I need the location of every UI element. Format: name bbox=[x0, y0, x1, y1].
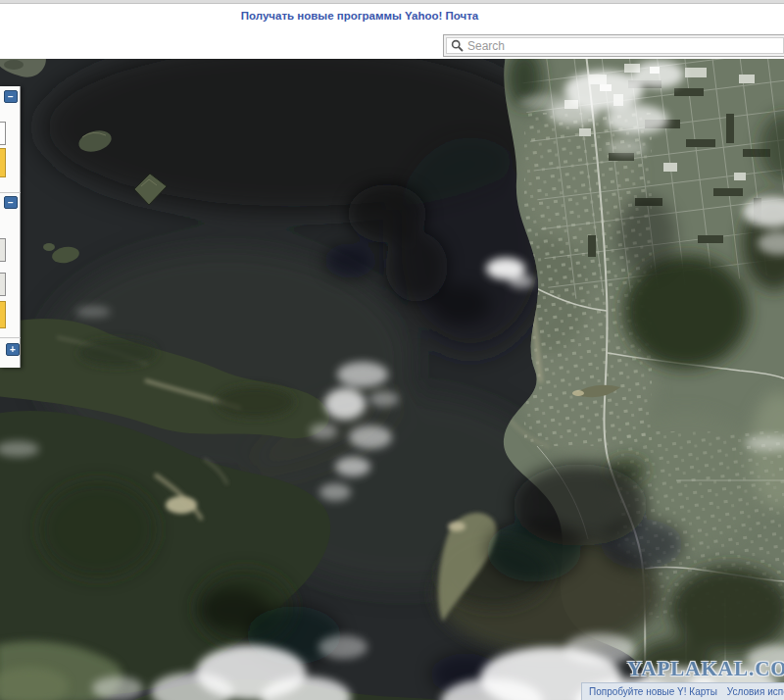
panel-divider bbox=[0, 337, 21, 338]
zoom-out-button-bottom[interactable]: − bbox=[4, 196, 18, 209]
zoom-out-button-top[interactable]: − bbox=[4, 90, 18, 103]
top-gray-strip bbox=[0, 0, 784, 4]
watermark: YAPLAKAL.COM bbox=[627, 657, 784, 681]
legend-swatch-yellow-top[interactable] bbox=[0, 148, 6, 177]
search-box bbox=[443, 34, 784, 57]
promo-link[interactable]: Получать новые программы Yahoo! Почта bbox=[0, 10, 719, 22]
legend-swatch-white[interactable] bbox=[0, 122, 6, 145]
satellite-imagery bbox=[0, 59, 784, 700]
panel-divider bbox=[0, 192, 21, 193]
legend-swatch-yellow-bottom[interactable] bbox=[0, 301, 6, 328]
yahoo-maps-page: Получать новые программы Yahoo! Почта bbox=[0, 0, 784, 700]
search-input[interactable] bbox=[467, 39, 783, 53]
terms-of-use-link[interactable]: Условия использования bbox=[727, 686, 784, 697]
satellite-map[interactable] bbox=[0, 59, 784, 700]
footer-bar: Попробуйте новые Y! Карты Условия исполь… bbox=[581, 682, 784, 700]
try-new-maps-link[interactable]: Попробуйте новые Y! Карты bbox=[589, 686, 717, 697]
map-controls-panel: − − + bbox=[0, 86, 21, 368]
legend-swatch-gray-2[interactable] bbox=[0, 273, 6, 296]
legend-swatch-gray-1[interactable] bbox=[0, 238, 6, 262]
zoom-in-button[interactable]: + bbox=[6, 343, 20, 356]
header: Получать новые программы Yahoo! Почта bbox=[0, 5, 784, 59]
search-icon bbox=[451, 39, 464, 52]
search-box-inner bbox=[446, 37, 784, 54]
